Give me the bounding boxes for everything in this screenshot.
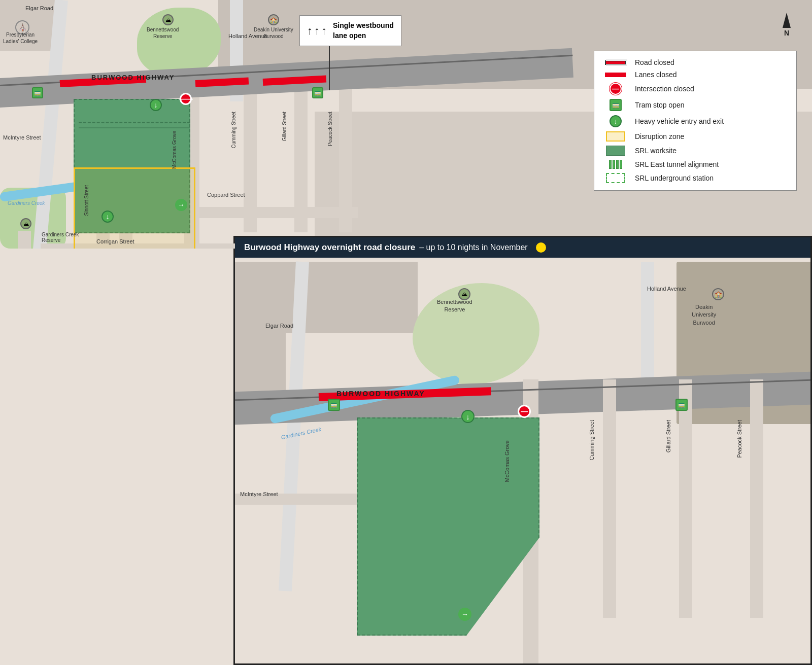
label-coppard: Coppard Street <box>207 192 245 198</box>
montpellier-road <box>18 231 31 249</box>
legend-heavy-icon: ↓ <box>603 115 628 127</box>
inset-peacock <box>750 379 763 618</box>
heavy-vehicle-icon-2: ↓ <box>101 211 114 223</box>
legend-tunnel-label: SRL East tunnel alignment <box>635 160 719 168</box>
legend-tram-label: Tram stop open <box>635 101 685 109</box>
inset-tram-2: 🚃 <box>675 399 688 411</box>
lane-symbols: ↑ ↑ ↑ <box>307 24 327 38</box>
label-gillard: Gillard Street <box>282 112 287 141</box>
label-mccomas: McComas Grove <box>172 131 177 169</box>
label-gardiners-reserve: Gardiners CreekReserve <box>42 232 79 243</box>
legend-item-worksite: SRL worksite <box>603 146 787 156</box>
legend-item-underground: SRL underground station <box>603 173 787 183</box>
legend-item-intersection: — Intersection closed <box>603 83 787 95</box>
inset-title-bold: Burwood Highway overnight road closure <box>244 242 415 253</box>
label-presbyterian: PresbyterianLadies' College <box>3 31 38 45</box>
legend-worksite-icon <box>603 146 628 156</box>
deakin-icon: 🏫 <box>268 14 279 25</box>
legend-item-tunnel: SRL East tunnel alignment <box>603 160 787 169</box>
highway-label-top: BURWOOD HIGHWAY <box>91 74 175 81</box>
legend-lanes-closed-icon <box>603 73 628 77</box>
entry-arrow-icon-1: → <box>175 199 187 211</box>
inset-cumming-label: Cumming Street <box>589 420 595 460</box>
label-sinnott: Sinnott Street <box>84 185 89 216</box>
inset-arrow-entry: → <box>458 608 471 621</box>
inset-mccomas-label: McComas Grove <box>504 440 510 482</box>
inset-elgar-label: Elgar Road <box>265 323 293 329</box>
inset-map: Burwood Highway overnight road closure –… <box>233 236 812 665</box>
inset-gillard <box>679 379 692 618</box>
inset-peacock-label: Peacock Street <box>736 420 742 458</box>
lane-symbol-1: ↑ <box>307 24 313 38</box>
legend-item-heavy: ↓ Heavy vehicle entry and exit <box>603 115 787 127</box>
legend-road-closed-icon <box>603 60 628 65</box>
legend-worksite-label: SRL worksite <box>635 147 676 155</box>
inset-highway-label: BURWOOD HIGHWAY <box>336 390 425 398</box>
legend-underground-icon <box>603 173 628 183</box>
legend-underground-label: SRL underground station <box>635 174 714 182</box>
label-corrigan: Corrigan Street <box>96 238 134 244</box>
legend-intersection-label: Intersection closed <box>635 85 694 93</box>
bennettswood-reserve-park <box>137 8 221 76</box>
legend-disruption-icon <box>603 131 628 142</box>
callout-line <box>329 40 330 90</box>
legend-tunnel-icon <box>603 160 628 169</box>
legend-heavy-label: Heavy vehicle entry and exit <box>635 117 724 125</box>
inset-header: Burwood Highway overnight road closure –… <box>235 237 810 258</box>
inset-heavy-vehicle: ↓ <box>461 410 475 423</box>
gardiners-reserve-icon: ⛰ <box>20 218 31 229</box>
lane-symbol-3: ↑ <box>321 24 327 38</box>
label-elgar-top: Elgar Road <box>25 5 53 11</box>
label-cumming: Cumming Street <box>231 112 236 148</box>
north-label: N <box>784 29 789 37</box>
legend-intersection-icon: — <box>603 83 628 95</box>
legend-item-disruption: Disruption zone <box>603 131 787 142</box>
label-peacock: Peacock Street <box>327 112 333 146</box>
legend-item-road-closed: Road closed <box>603 58 787 66</box>
callout-text: Single westboundlane open <box>333 21 394 41</box>
callout-lane-open: ↑ ↑ ↑ Single westboundlane open <box>299 15 401 46</box>
legend-item-lanes-closed: Lanes closed <box>603 71 787 79</box>
inset-cumming <box>603 379 616 618</box>
lane-symbol-2: ↑ <box>314 24 320 38</box>
inset-title-normal: – up to 10 nights in November <box>419 243 527 252</box>
legend-lanes-closed-label: Lanes closed <box>635 71 677 79</box>
label-holland: Holland Avenue <box>228 33 267 39</box>
tram-stop-icon-2: 🚃 <box>312 87 323 98</box>
legend-box: Road closed Lanes closed — Intersection … <box>594 51 797 191</box>
north-arrow: N <box>776 13 797 38</box>
bennettswood-icon: ⛰ <box>162 14 174 25</box>
inset-tram-1: 🚃 <box>328 399 340 411</box>
label-gardiners-creek: Gardiners Creek <box>8 200 45 206</box>
inset-holland-label: Holland Avenue <box>647 286 686 292</box>
main-map: — 🚃 🚃 ↓ ↓ → PresbyterianLadies' College … <box>0 0 812 665</box>
legend-tram-icon: 🚃 <box>603 99 628 111</box>
intersection-closed-icon-1: — <box>180 93 192 105</box>
inset-deakin-label: DeakinUniversityBurwood <box>692 303 716 327</box>
inset-mcintyre-label: McIntyre Street <box>240 491 278 497</box>
inset-bennettswood-label: BennettswoodReserve <box>437 298 472 314</box>
inset-gillard-label: Gillard Street <box>665 420 671 452</box>
north-arrow-shape <box>783 13 791 28</box>
legend-disruption-label: Disruption zone <box>635 132 684 141</box>
label-bennettswood: BennettswoodReserve <box>147 26 179 40</box>
legend-road-closed-label: Road closed <box>635 58 674 66</box>
inset-deakin-icon: 🏫 <box>712 288 724 300</box>
inset-intersection-icon: — <box>518 405 531 418</box>
moon-icon <box>536 242 546 253</box>
tram-stop-icon-1: 🚃 <box>32 87 43 98</box>
heavy-vehicle-icon-1: ↓ <box>150 99 162 111</box>
legend-item-tram: 🚃 Tram stop open <box>603 99 787 111</box>
label-mcintyre: McIntyre Street <box>3 134 41 141</box>
inset-col-block <box>235 262 286 399</box>
